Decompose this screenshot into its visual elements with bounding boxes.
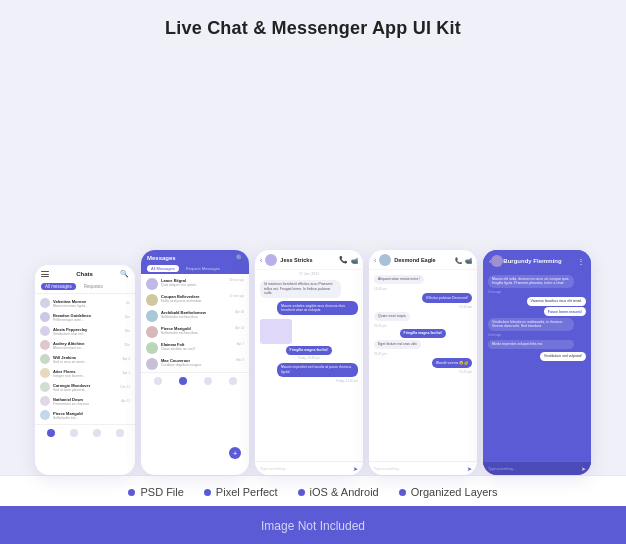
avatar [40,368,50,378]
send-icon[interactable]: ➤ [353,465,358,472]
tab-req-msg[interactable]: Request Messages [182,265,224,272]
nav-msg[interactable] [179,377,187,385]
bubble: Morbi imperdiet volutpat felis est. [488,340,574,349]
bubble: Mauris imperdiet sed iaculis at purus rh… [277,363,358,377]
avatar [146,358,158,370]
avatar [379,254,391,266]
footer: Image Not Included [0,506,626,544]
list-item[interactable]: Archibald Bartholomew Sollicitudin est f… [141,308,249,324]
bottom-nav [35,424,135,440]
list-item[interactable]: Valentina Monroe Miam dormiam ligula... … [35,296,135,310]
bubble: Efficitur pulvinar Desmond! [422,293,472,303]
main-container: Live Chat & Messenger App UI Kit Chats 🔍… [0,0,626,544]
feature-dot [128,489,135,496]
msg-time-label: Today, 10:49 pm [255,355,363,361]
purple-bubbles: Mauris elit nulla, dictum non arcu sit, … [483,270,591,461]
phone-chats: Chats 🔍 All messages Requests Valentina … [35,265,135,475]
highlight-bubble: Fusce lorem mauris! [544,307,586,316]
list-item[interactable]: Elaiном Folt Class at ulam ac orci? Apr … [141,340,249,356]
chats-title: Chats [76,271,93,277]
nav-home[interactable] [47,429,55,437]
list-item[interactable]: Pierce Marigold Sollicitudin est... [35,408,135,422]
tab-all-messages[interactable]: All messages [41,283,76,290]
page-title: Live Chat & Messenger App UI Kit [0,18,626,39]
hamburger-icon[interactable] [41,271,49,277]
avatar [146,310,158,322]
avatar [265,254,277,266]
messages-list: Lance Bégral Quis aliquet orci quam. 30 … [141,274,249,372]
list-item[interactable]: Pierce Marigold Sollicitudin est faucibu… [141,324,249,340]
image-bubble [260,319,292,344]
video-icon[interactable]: 📹 [465,257,472,264]
phone-icon[interactable]: 📞 [455,257,462,264]
header: Live Chat & Messenger App UI Kit [0,0,626,51]
list-item[interactable]: Brandon Guidelines Pellentesque ante... … [35,310,135,324]
nav-home[interactable] [154,377,162,385]
detail-header: ‹ Jess Stricks 📞 📹 [255,250,363,270]
avatar [146,278,158,290]
list-item[interactable]: Will Jenkins Sed in arcu sit amet... Apr… [35,352,135,366]
bubble: Eget dictum est cras ulric [374,340,421,350]
chat-date: 17 Jan, 2021 [255,270,363,278]
list-item[interactable]: Max Couverour Curabitur dapibus congue. … [141,356,249,372]
phone-messages: Messages 🔍 All Messages Request Messages… [141,250,249,475]
more-icon[interactable]: ⋮ [577,257,585,266]
list-item[interactable]: Lance Bégral Quis aliquet orci quam. 30 … [141,276,249,292]
feature-dot [399,489,406,496]
list-item[interactable]: Audrey Alitchive Miam dormiam ex... 32m [35,338,135,352]
nav-call[interactable] [70,429,78,437]
avatar [146,326,158,338]
nav-notify[interactable] [93,429,101,437]
feature-layers: Organized Layers [399,486,498,498]
send-icon[interactable]: ➤ [467,465,472,472]
bubble: Vivamus faucibus risus elit email. [527,297,586,306]
type-bar-purple: Type something... ➤ [483,461,591,475]
back-icon[interactable]: ‹ [260,257,262,264]
send-icon[interactable]: ➤ [581,465,586,472]
time-label: 01:51 pm [369,369,477,375]
bubble: Quam esse turpis. [374,312,410,322]
search-icon-white[interactable]: 🔍 [236,254,243,261]
messages-header: Messages 🔍 [141,250,249,263]
search-icon[interactable]: 🔍 [120,270,129,278]
phone-detail2: ‹ Desmond Eagle 📞 📹 Aliquam vitae metus … [369,250,477,475]
messages-title: Messages [147,255,176,261]
avatar [40,340,50,350]
bubble: Mauris elit nulla, dictum non arcu sit, … [488,275,574,288]
bottom-nav-msg [141,372,249,388]
purple-header: ‹ Burgundy Flemming ⋮ [483,250,591,270]
feature-label: PSD File [140,486,183,498]
msg-time-label: Today, 11:25 am [255,378,363,384]
fab-compose-button[interactable]: + [229,447,241,459]
time-label: 01:54 am [369,304,477,310]
chat-list: Valentina Monroe Miam dormiam ligula... … [35,294,135,424]
type-bar-2: Type something... ➤ [369,461,477,475]
bubble: Aliquam vitae metus tortor! [374,275,424,285]
time-label: 5 min ago [483,289,591,295]
feature-label: iOS & Android [310,486,379,498]
bubble: Id maximus hendrerit efficitur, arcu Pra… [260,280,341,299]
nav-profile[interactable] [229,377,237,385]
list-item[interactable]: Alexia Pepperclay Vestibulum erat vel...… [35,324,135,338]
nav-profile[interactable] [116,429,124,437]
feature-label: Organized Layers [411,486,498,498]
highlight-bubble: Fringilla magna facilisi! [286,346,333,356]
time-label: 12:43 am [369,286,477,292]
avatar [146,342,158,354]
avatar [146,294,158,306]
contact-name: Burgundy Flemming [503,258,561,264]
phone-icon[interactable]: 📞 [339,256,348,264]
tab-all-msg[interactable]: All Messages [147,265,179,272]
list-item[interactable]: Coupan Bellevedere Nulla sed purus moles… [141,292,249,308]
feature-ios: iOS & Android [298,486,379,498]
video-icon[interactable]: 📹 [351,257,358,264]
list-item[interactable]: Carnegie Mondover Sed ut ante placerat..… [35,380,135,394]
feature-psd: PSD File [128,486,183,498]
highlight-bubble: Fringilla magna facilisi! [400,329,447,339]
list-item[interactable]: Aitor Flores Integer non laoreet... Apr … [35,366,135,380]
avatar [40,312,50,322]
back-icon[interactable]: ‹ [374,257,376,264]
list-item[interactable]: Nathaniel Down Fermentum ac rhoncus Apr … [35,394,135,408]
tab-requests[interactable]: Requests [80,283,107,290]
nav-notify[interactable] [204,377,212,385]
